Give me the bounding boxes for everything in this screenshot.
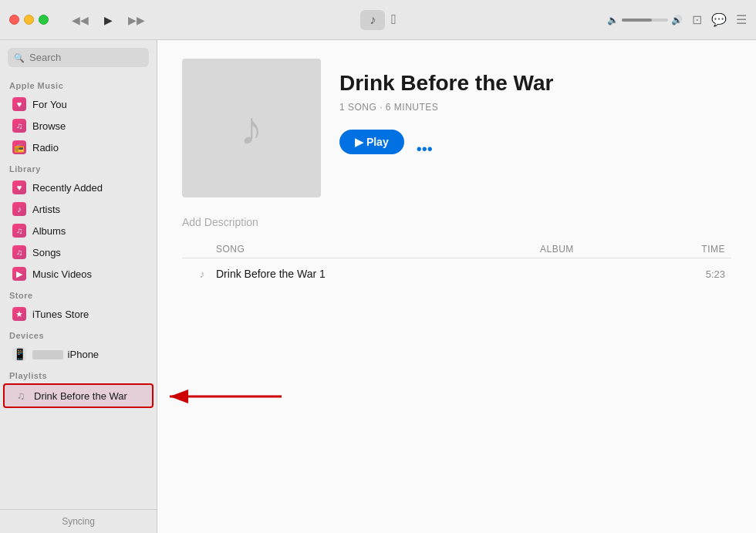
music-note-icon: ♪ (370, 13, 376, 27)
songs-label: Songs (32, 247, 61, 258)
album-header: ♪ Drink Before the War 1 Song · 6 Minute… (182, 59, 731, 197)
song-time: 5:23 (663, 268, 725, 280)
music-videos-label: Music Videos (32, 268, 92, 280)
main-container: Apple Music ♥ For You ♫ Browse 📻 Radio L… (0, 40, 756, 533)
song-note-icon: ♪ (200, 268, 205, 280)
iphone-blur: iPhone (32, 349, 99, 360)
rewind-button[interactable]: ◀◀ (67, 11, 93, 29)
titlebar-right: 🔈 🔊 ⊡ 💬 ☰ (607, 12, 747, 27)
radio-icon: 📻 (12, 140, 26, 154)
add-description[interactable]: Add Description (182, 216, 731, 228)
titlebar-center: ♪  (360, 10, 397, 30)
table-row[interactable]: ♪ Drink Before the War 1 5:23 (182, 261, 731, 286)
section-label-store: Store (0, 285, 157, 303)
content-area: ♪ Drink Before the War 1 Song · 6 Minute… (157, 40, 756, 533)
album-title: Drink Before the War (339, 71, 553, 96)
airplay-icon[interactable]: ⊡ (692, 12, 702, 27)
section-label-apple-music: Apple Music (0, 75, 157, 93)
iphone-icon: 📱 (12, 347, 26, 361)
titlebar: ◀◀ ▶ ▶▶ ♪  🔈 🔊 ⊡ 💬 ☰ (0, 0, 756, 40)
for-you-label: For You (32, 99, 67, 110)
traffic-lights (9, 15, 49, 25)
iphone-name-blurred (32, 350, 63, 359)
volume-low-icon: 🔈 (607, 15, 619, 25)
queue-icon[interactable]: ☰ (736, 12, 747, 27)
search-wrapper (8, 48, 149, 67)
song-table-header: Song Album Time (182, 241, 731, 258)
sidebar-item-drink-before-war[interactable]: ♫ Drink Before the War (3, 383, 154, 408)
forward-button[interactable]: ▶▶ (123, 11, 150, 29)
sidebar-item-itunes-store[interactable]: ★ iTunes Store (3, 303, 154, 325)
volume-control[interactable]: 🔈 🔊 (607, 15, 683, 25)
syncing-label: Syncing (62, 516, 95, 527)
col-time-header: Time (663, 244, 725, 255)
sidebar-item-albums[interactable]: ♫ Albums (3, 220, 154, 241)
song-table: Song Album Time ♪ Drink Before the War 1… (182, 241, 731, 286)
music-tab[interactable]: ♪ (360, 10, 385, 30)
artists-label: Artists (32, 204, 60, 215)
recently-added-icon: ♥ (12, 180, 26, 194)
col-num-header (188, 244, 216, 255)
sidebar-item-iphone[interactable]: 📱 iPhone (3, 343, 154, 365)
lyrics-icon[interactable]: 💬 (711, 12, 727, 27)
music-videos-icon: ▶ (12, 267, 26, 281)
apple-logo-icon:  (391, 12, 397, 28)
itunes-store-label: iTunes Store (32, 309, 89, 320)
songs-icon: ♫ (12, 245, 26, 259)
sidebar-item-browse[interactable]: ♫ Browse (3, 115, 154, 137)
artists-icon: ♪ (12, 202, 26, 216)
itunes-icon: ★ (12, 307, 26, 321)
maximize-button[interactable] (39, 15, 49, 25)
browse-label: Browse (32, 120, 66, 132)
sidebar-item-artists[interactable]: ♪ Artists (3, 198, 154, 220)
playlist-drink-label: Drink Before the War (34, 390, 127, 402)
albums-label: Albums (32, 225, 66, 237)
radio-label: Radio (32, 142, 59, 153)
col-song-header: Song (216, 244, 540, 255)
browse-icon: ♫ (12, 119, 26, 133)
sidebar-footer: Syncing (0, 509, 157, 533)
volume-high-icon: 🔊 (671, 15, 683, 25)
sidebar-item-radio[interactable]: 📻 Radio (3, 137, 154, 158)
section-label-devices: Devices (0, 325, 157, 343)
section-label-library: Library (0, 158, 157, 177)
search-bar (0, 40, 157, 75)
sidebar: Apple Music ♥ For You ♫ Browse 📻 Radio L… (0, 40, 157, 533)
sidebar-item-recently-added[interactable]: ♥ Recently Added (3, 177, 154, 198)
play-album-button[interactable]: ▶ Play (339, 130, 404, 154)
album-art-note-icon: ♪ (240, 102, 263, 155)
close-button[interactable] (9, 15, 19, 25)
minimize-button[interactable] (24, 15, 34, 25)
more-options-button[interactable]: ••• (417, 140, 433, 158)
search-input[interactable] (8, 48, 149, 67)
sidebar-item-for-you[interactable]: ♥ For You (3, 93, 154, 115)
sidebar-item-songs[interactable]: ♫ Songs (3, 241, 154, 263)
titlebar-left: ◀◀ ▶ ▶▶ (9, 11, 150, 29)
album-meta: 1 Song · 6 Minutes (339, 102, 553, 113)
sidebar-item-music-videos[interactable]: ▶ Music Videos (3, 263, 154, 285)
col-album-header: Album (540, 244, 663, 255)
recently-added-label: Recently Added (32, 182, 103, 194)
song-number: ♪ (188, 268, 216, 280)
volume-fill (622, 19, 652, 22)
play-button[interactable]: ▶ (100, 11, 117, 29)
albums-icon: ♫ (12, 224, 26, 238)
playlist-icon: ♫ (14, 389, 28, 403)
album-art: ♪ (182, 59, 321, 197)
album-info: Drink Before the War 1 Song · 6 Minutes … (339, 59, 553, 197)
section-label-playlists: Playlists (0, 365, 157, 383)
song-title: Drink Before the War 1 (216, 268, 540, 280)
album-actions: ▶ Play ••• (339, 125, 553, 158)
volume-bar[interactable] (622, 19, 668, 22)
for-you-icon: ♥ (12, 97, 26, 111)
